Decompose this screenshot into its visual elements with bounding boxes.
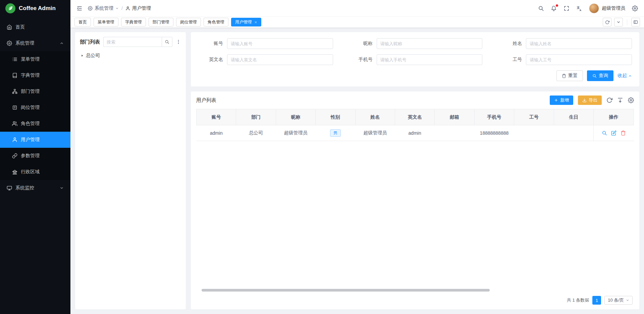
english-name-input[interactable] (227, 54, 333, 65)
breadcrumb-system-management[interactable]: 系统管理 (88, 5, 119, 11)
top-header: 系统管理 / 用户管理 (70, 0, 644, 16)
layout-toggle-button[interactable] (631, 18, 640, 26)
tab-options-button[interactable] (614, 18, 623, 26)
org-chart-icon (12, 89, 17, 94)
tab-dictionary-management[interactable]: 字典管理 (121, 18, 146, 26)
tab-department-management[interactable]: 部门管理 (149, 18, 173, 26)
department-search (103, 37, 172, 47)
sidebar-item-menu-management[interactable]: 菜单管理 (0, 51, 70, 67)
cell-account: admin (197, 125, 236, 141)
table-row[interactable]: admin 总公司 超级管理员 男 超级管理员 admin 1888888888… (197, 125, 634, 141)
reset-button[interactable]: 重置 (556, 70, 583, 81)
fullscreen-button[interactable] (564, 5, 570, 11)
row-density-icon[interactable] (617, 97, 623, 103)
sidebar-item-dictionary-management[interactable]: 字典管理 (0, 67, 70, 83)
cell-name: 超级管理员 (355, 125, 395, 141)
edit-user-icon[interactable] (611, 130, 616, 136)
chevron-up-icon (628, 74, 632, 78)
tab-home[interactable]: 首页 (74, 18, 91, 26)
breadcrumb: 系统管理 / 用户管理 (88, 5, 151, 11)
language-switch-button[interactable] (576, 5, 582, 11)
search-form-actions: 重置 查询 收起 (198, 70, 632, 81)
job-number-input[interactable] (526, 54, 632, 65)
breadcrumb-user-management[interactable]: 用户管理 (125, 5, 151, 11)
field-nickname: 昵称 (348, 38, 483, 49)
department-search-button[interactable] (162, 37, 172, 47)
column-header-email: 邮箱 (435, 109, 474, 125)
department-search-input[interactable] (103, 37, 162, 47)
app-logo[interactable]: Coffee Admin (0, 0, 70, 16)
user-table: 账号 部门 昵称 性别 姓名 英文名 邮箱 手机号 工号 生日 操作 (196, 109, 634, 141)
breadcrumb-label: 用户管理 (132, 5, 151, 11)
pagination-total: 共 1 条数据 (567, 297, 589, 303)
global-search-button[interactable] (538, 5, 544, 11)
add-user-button[interactable]: 新增 (550, 96, 573, 105)
sidebar-collapse-button[interactable] (76, 5, 83, 11)
reset-button-label: 重置 (568, 73, 578, 79)
export-button[interactable]: 导出 (578, 96, 602, 105)
column-header-nickname: 昵称 (276, 109, 315, 125)
delete-user-icon[interactable] (621, 130, 626, 136)
bank-icon (12, 169, 17, 175)
nickname-input[interactable] (377, 38, 483, 49)
tab-close-icon[interactable] (254, 21, 257, 24)
collapse-link-label: 收起 (618, 73, 627, 79)
caret-right-icon[interactable] (80, 54, 84, 57)
pagination-page-1[interactable]: 1 (592, 296, 601, 305)
account-input[interactable] (227, 38, 333, 49)
cell-job-number (514, 125, 554, 141)
tab-role-management[interactable]: 角色管理 (204, 18, 228, 26)
tree-node-label: 总公司 (86, 53, 100, 59)
right-column: 账号 昵称 姓名 英文名 (191, 32, 639, 309)
tab-label: 字典管理 (125, 19, 142, 25)
divider (627, 19, 627, 25)
main-area: 系统管理 / 用户管理 (70, 0, 644, 314)
pagination-bar: 共 1 条数据 1 10 条/页 (196, 293, 634, 306)
page-size-select[interactable]: 10 条/页 (604, 296, 633, 305)
user-menu[interactable]: 超级管理员 (589, 3, 625, 13)
department-more-button[interactable] (176, 39, 181, 45)
department-panel: 部门列表 总公 (75, 32, 186, 309)
tab-position-management[interactable]: 岗位管理 (176, 18, 201, 26)
tab-user-management[interactable]: 用户管理 (231, 18, 261, 26)
horizontal-scrollbar-thumb[interactable] (202, 289, 490, 292)
sidebar-item-role-management[interactable]: 角色管理 (0, 116, 70, 132)
sidebar-item-parameter-management[interactable]: 参数管理 (0, 148, 70, 164)
breadcrumb-separator: / (121, 6, 123, 11)
refresh-table-icon[interactable] (606, 97, 612, 103)
query-button-label: 查询 (599, 73, 608, 79)
sidebar-item-position-management[interactable]: 岗位管理 (0, 100, 70, 116)
plus-icon (554, 98, 558, 102)
menu-fold-icon (76, 5, 83, 11)
view-user-icon[interactable] (602, 130, 607, 136)
tab-label: 部门管理 (153, 19, 169, 25)
gear-icon (88, 6, 93, 11)
tab-menu-management[interactable]: 菜单管理 (94, 18, 118, 26)
column-settings-gear-icon[interactable] (628, 97, 634, 103)
chevron-down-icon (60, 186, 64, 190)
sidebar-item-user-management[interactable]: 用户管理 (0, 132, 70, 148)
refresh-tab-button[interactable] (603, 18, 611, 26)
tree-node-head-office[interactable]: 总公司 (80, 52, 181, 60)
page-tabs-bar: 首页 菜单管理 字典管理 部门管理 岗位管理 角色管理 用户管理 (70, 16, 644, 27)
sidebar-menu: 首页 系统管理 菜单管理 字典管理 部门管理 (0, 16, 70, 314)
app-title: Coffee Admin (19, 5, 56, 12)
sidebar-item-label: 系统管理 (15, 40, 56, 46)
query-button[interactable]: 查询 (587, 70, 613, 81)
sidebar: Coffee Admin 首页 系统管理 菜单管理 字典管理 (0, 0, 70, 314)
column-header-department: 部门 (236, 109, 276, 125)
name-input[interactable] (526, 38, 632, 49)
field-label: 账号 (198, 41, 223, 47)
notifications-button[interactable] (551, 5, 557, 11)
sidebar-item-admin-region[interactable]: 行政区域 (0, 164, 70, 180)
sidebar-item-home[interactable]: 首页 (0, 19, 70, 35)
sidebar-item-label: 系统监控 (15, 185, 56, 191)
settings-button[interactable] (632, 5, 638, 11)
search-form-grid: 账号 昵称 姓名 英文名 (198, 38, 632, 65)
sidebar-item-system-monitor[interactable]: 系统监控 (0, 180, 70, 196)
tab-label: 角色管理 (208, 19, 224, 25)
collapse-form-link[interactable]: 收起 (618, 73, 632, 79)
sidebar-item-department-management[interactable]: 部门管理 (0, 83, 70, 100)
sidebar-item-system-management[interactable]: 系统管理 (0, 35, 70, 51)
phone-input[interactable] (377, 54, 483, 65)
